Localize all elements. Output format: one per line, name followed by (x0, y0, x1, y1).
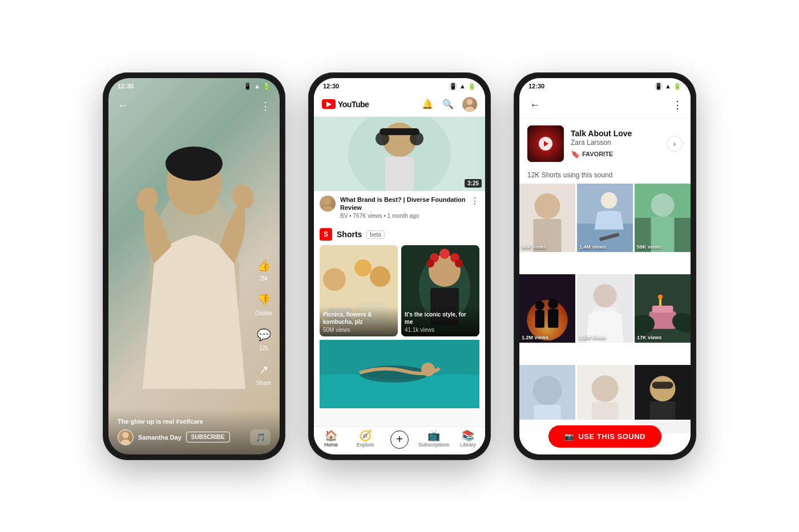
svg-point-55 (594, 284, 617, 307)
status-icons-3: 📳 ▲ 🔋 (655, 83, 681, 90)
video-sub: BV • 767K views • 1 month ago (340, 213, 466, 219)
more-button-3[interactable]: ⋮ (672, 99, 683, 111)
shorts-header: ← ⋮ (108, 95, 280, 117)
video-duration: 3:25 (465, 179, 482, 188)
header-icons: 🔔 🔍 (421, 97, 477, 112)
back-button-3[interactable]: ← (527, 97, 542, 113)
yt-content: 3:25 What Brand is Best? | Diverse Found… (314, 117, 485, 454)
short-1-views: 50M views (323, 327, 394, 333)
svg-point-21 (370, 266, 390, 287)
status-bar-3: 12:30 📳 ▲ 🔋 (519, 78, 691, 92)
more-button[interactable]: ⋮ (260, 100, 271, 112)
video-card[interactable]: 3:25 What Brand is Best? | Diverse Found… (314, 117, 485, 224)
video-thumbnail: 3:25 (314, 117, 485, 191)
svg-point-31 (426, 259, 434, 267)
subscribe-button[interactable]: SUBSCRIBE (186, 432, 230, 442)
home-icon: 🏠 (325, 431, 337, 441)
dislike-label: Dislike (255, 310, 272, 316)
status-time: 12:30 (118, 83, 134, 90)
use-sound-button[interactable]: 📷 USE THIS SOUND (548, 425, 661, 448)
video-meta: What Brand is Best? | Diverse Foundation… (340, 196, 466, 220)
status-bar: 12:30 📳 ▲ 🔋 (108, 78, 280, 92)
video-views-2: 1.4M views (579, 244, 606, 250)
svg-point-50 (535, 301, 544, 310)
phone-1: 12:30 📳 ▲ 🔋 ← ⋮ 👍 2M 👎 Dislike 💬 (103, 72, 285, 460)
nav-create[interactable]: + (382, 431, 417, 449)
short-card-1[interactable]: Picnics, flowers & kombucha, plz 50M vie… (320, 245, 398, 336)
library-icon: 📚 (462, 431, 474, 441)
svg-point-20 (354, 259, 372, 277)
person-figure-svg (131, 115, 257, 434)
nav-library[interactable]: 📚 Library (451, 431, 485, 449)
svg-point-5 (122, 432, 128, 438)
video-cell-1[interactable]: 96K views (519, 184, 575, 252)
like-action[interactable]: 👍 2M (255, 256, 273, 282)
svg-rect-15 (380, 128, 419, 135)
video-title: What Brand is Best? | Diverse Foundation… (340, 196, 466, 212)
use-sound-label: USE THIS SOUND (578, 432, 645, 441)
nav-subs-label: Subscriptions (418, 442, 449, 448)
sound-card: Talk About Love Zara Larsson 🔖 FAVORITE … (519, 119, 691, 169)
swim-thumbnail[interactable] (320, 340, 479, 408)
video-cell-2[interactable]: 1.4M views (577, 184, 633, 252)
nav-explore[interactable]: 🧭 Explore (348, 431, 382, 449)
share-action[interactable]: ↗ Share (255, 360, 273, 386)
svg-rect-12 (385, 157, 414, 191)
short-card-2[interactable]: It's the iconic style, for me 41.1k view… (401, 245, 479, 336)
share-label: Share (256, 380, 272, 386)
favorite-label: FAVORITE (582, 151, 613, 157)
phone-2: 12:30 📳 ▲ 🔋 YouTube 🔔 🔍 (308, 72, 491, 460)
short-1-caption: Picnics, flowers & kombucha, plz (323, 311, 394, 326)
phone-3: 12:30 📳 ▲ 🔋 ← ⋮ Talk About Love Zara Lar… (514, 72, 696, 460)
user-avatar[interactable] (462, 97, 477, 112)
video-views-6: 17K views (637, 335, 662, 340)
video-info: What Brand is Best? | Diverse Foundation… (314, 191, 485, 224)
nav-explore-label: Explore (357, 442, 374, 448)
comment-action[interactable]: 💬 12k (255, 326, 273, 351)
shorts-section-header: S Shorts beta (320, 228, 479, 241)
svg-point-7 (467, 99, 473, 105)
svg-point-32 (455, 259, 463, 267)
shorts-caption: The glow up is real #selfcare (118, 418, 271, 425)
nav-library-label: Library (460, 442, 476, 448)
video-views-5: 1.1M views (579, 335, 606, 340)
shorts-section-title: Shorts (337, 230, 362, 239)
chevron-right-button[interactable]: › (667, 136, 683, 152)
nav-subscriptions[interactable]: 📺 Subscriptions (417, 431, 451, 449)
youtube-logo: YouTube (322, 99, 369, 109)
notifications-icon[interactable]: 🔔 (421, 98, 434, 111)
sound-thumbnail (527, 125, 564, 162)
create-button[interactable]: + (390, 431, 409, 449)
favorite-row[interactable]: 🔖 FAVORITE (571, 150, 660, 159)
svg-point-46 (651, 193, 675, 217)
shorts-author-row: Samantha Day SUBSCRIBE 🎵 (118, 429, 271, 445)
svg-point-61 (658, 294, 663, 299)
search-icon[interactable]: 🔍 (442, 98, 454, 111)
shorts-bottom-overlay: The glow up is real #selfcare Samantha D… (108, 409, 280, 454)
svg-point-19 (323, 268, 346, 291)
status-time-2: 12:30 (323, 83, 339, 90)
video-cell-4[interactable]: 1.2M views (519, 274, 575, 343)
shorts-actions: 👍 2M 👎 Dislike 💬 12k ↗ Share (255, 256, 273, 386)
video-more-icon[interactable]: ⋮ (470, 196, 479, 206)
svg-rect-73 (652, 382, 673, 389)
shorts-beta-badge: beta (366, 230, 384, 239)
dislike-action[interactable]: 👎 Dislike (255, 291, 273, 316)
song-artist: Zara Larsson (571, 139, 660, 147)
status-icons: 📳 ▲ 🔋 (244, 83, 271, 90)
play-circle (539, 137, 552, 151)
author-avatar (118, 429, 134, 445)
video-cell-3[interactable]: 59K views (635, 184, 691, 252)
nav-home[interactable]: 🏠 Home (314, 431, 348, 449)
music-button[interactable]: 🎵 (250, 429, 271, 445)
use-sound-bar: 📷 USE THIS SOUND (519, 420, 691, 454)
status-icons-2: 📳 ▲ 🔋 (449, 83, 476, 90)
svg-point-42 (601, 192, 618, 209)
status-time-3: 12:30 (528, 83, 544, 90)
back-button[interactable]: ← (118, 100, 128, 112)
video-cell-6[interactable]: 17K views (635, 274, 691, 343)
comment-count: 12k (259, 345, 268, 351)
explore-icon: 🧭 (359, 431, 372, 441)
shorts-count: 12K Shorts using this sound (519, 169, 691, 184)
video-cell-5[interactable]: 1.1M views (577, 274, 633, 343)
